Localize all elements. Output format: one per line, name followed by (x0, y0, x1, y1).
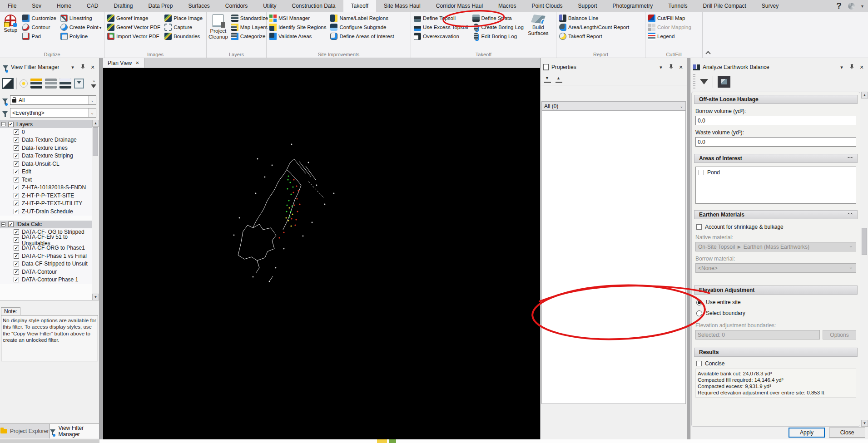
menu-tab-data-prep[interactable]: Data Prep (140, 0, 180, 12)
add-selection-icon[interactable] (544, 76, 551, 83)
pin-icon[interactable] (848, 64, 855, 70)
create-boring-log-button[interactable]: Create Boring Log (471, 23, 525, 32)
scrollbar-thumb[interactable] (93, 127, 98, 156)
checkbox[interactable]: ✓ (14, 169, 19, 174)
expand-toolbar-icon[interactable]: ›› (93, 79, 94, 84)
chevron-down-icon[interactable]: ⌄ (88, 96, 96, 104)
selection-filter-dropdown[interactable]: All (0) ⌄ (541, 101, 686, 111)
panel-menu-icon[interactable]: ▾ (69, 64, 76, 70)
section-header-areas-of-interest[interactable]: Areas of Interest ⌃⌃ (694, 154, 858, 163)
help-icon[interactable]: ? (836, 1, 842, 11)
toolbar-options-icon[interactable] (91, 84, 96, 88)
close-tab-icon[interactable]: ✕ (135, 60, 139, 65)
checkbox[interactable]: ✓ (14, 277, 19, 282)
close-panel-icon[interactable]: ✕ (858, 64, 865, 70)
checkbox[interactable]: ✓ (14, 253, 19, 259)
dropdown-arrow-icon[interactable] (700, 79, 708, 84)
copy-view-filter-icon[interactable] (2, 78, 14, 89)
new-filter-icon[interactable] (20, 79, 28, 88)
layer-row[interactable]: ✓DATA-Contour Phase 1 (0, 276, 92, 284)
section-header-elevation-adjustment[interactable]: Elevation Adjustment (694, 285, 858, 295)
checkbox[interactable]: ✓ (14, 193, 19, 198)
takeoff-report-button[interactable]: Takeoff Report (558, 32, 630, 41)
layers-search-icon[interactable] (60, 79, 71, 89)
use-entire-site-radio-row[interactable]: Use entire site (696, 299, 855, 305)
checkbox[interactable]: ✓ (14, 177, 19, 182)
use-excess-topsoil-button[interactable]: Use Excess Topsoil (413, 23, 469, 32)
checkbox[interactable]: ✓ (14, 209, 19, 214)
collapse-node-icon[interactable] (1, 122, 5, 126)
checkbox[interactable]: ✓ (14, 145, 19, 151)
map-layers-button[interactable]: Map Layers (230, 23, 269, 32)
close-button[interactable]: Close (829, 428, 865, 438)
site-plan-drawing[interactable] (103, 68, 540, 439)
menu-tab-site-mass-haul[interactable]: Site Mass Haul (376, 0, 428, 12)
edit-boring-log-button[interactable]: Edit Boring Log (471, 32, 525, 41)
chevron-down-icon[interactable]: ⌄ (88, 108, 96, 117)
section-header-results[interactable]: Results (694, 348, 858, 357)
collapse-section-icon[interactable]: ⌃⌃ (847, 157, 853, 161)
menu-tab-survey[interactable]: Survey (754, 0, 786, 12)
collapse-section-icon[interactable]: ⌃⌃ (847, 213, 853, 217)
georef-image-button[interactable]: Georef Image (106, 14, 161, 23)
create-point-button[interactable]: Create Point (60, 23, 102, 32)
menu-tab-corridors[interactable]: Corridors (218, 0, 255, 12)
layer-row[interactable]: ✓Z-HTA-10182018-S-FNDN (0, 184, 92, 192)
collapse-node-icon[interactable] (1, 222, 5, 226)
tree-scrollbar[interactable]: ▲ ▼ (92, 120, 99, 300)
select-boundary-radio-row[interactable]: Select boundary (696, 310, 855, 316)
tab-plan-view[interactable]: Plan View ✕ (103, 58, 144, 68)
chevron-down-icon[interactable]: ▾ (861, 4, 863, 9)
linestring-button[interactable]: Linestring (60, 14, 102, 23)
menu-tab-utility[interactable]: Utility (255, 0, 284, 12)
menu-tab-home[interactable]: Home (49, 0, 79, 12)
checkbox[interactable]: ✓ (14, 245, 19, 251)
layer-row[interactable]: ✓Z-UT-Drain Schedule (0, 207, 92, 216)
apply-button[interactable]: Apply (789, 428, 825, 438)
legend-button[interactable]: Legend (647, 32, 692, 41)
menu-tab-corridor-mass-haul[interactable]: Corridor Mass Haul (428, 0, 491, 12)
layer-row[interactable]: ✓Text (0, 176, 92, 184)
aoi-item-pond[interactable]: Pond (699, 169, 853, 176)
checkbox[interactable]: ✓ (14, 261, 19, 266)
checkbox[interactable] (696, 224, 702, 230)
tree-group-data-calc[interactable]: ✓ !Data Calc (0, 221, 92, 228)
layer-row[interactable]: ✓DATA-CF-Elv 51 to Unsuitables (0, 236, 92, 244)
menu-tab-surfaces[interactable]: Surfaces (180, 0, 217, 12)
checkbox[interactable]: ✓ (14, 237, 19, 243)
layer-row[interactable]: ✓Data-Texture Striping (0, 152, 92, 160)
scroll-up-icon[interactable]: ▲ (92, 120, 99, 127)
checkbox[interactable]: ✓ (14, 153, 19, 158)
menu-tab-support[interactable]: Support (570, 0, 605, 12)
scroll-down-icon[interactable]: ▼ (861, 420, 868, 427)
scrollbar-thumb[interactable] (862, 228, 867, 255)
pad-button[interactable]: Pad (21, 32, 57, 41)
tab-project-explorer[interactable]: Project Explorer (0, 424, 50, 438)
chevron-down-icon[interactable]: ⌄ (680, 104, 683, 108)
layer-row[interactable]: ✓0 (0, 128, 92, 136)
menu-tab-file[interactable]: File (0, 0, 24, 12)
boundaries-button[interactable]: Boundaries (164, 32, 203, 41)
style-filter-dropdown[interactable]: <Everything> ⌄ (10, 108, 96, 118)
collapse-ribbon-icon[interactable] (705, 50, 711, 55)
overexcavation-button[interactable]: Overexcavation (413, 32, 469, 41)
lock-filter-dropdown[interactable]: All ⌄ (10, 95, 96, 105)
checkbox[interactable]: ✓ (14, 185, 19, 190)
area-length-count-report-button[interactable]: Area/Length/Count Report (558, 23, 630, 32)
validate-areas-button[interactable]: Validate Areas (268, 32, 327, 41)
standardize-button[interactable]: Standardize (230, 14, 269, 23)
analyze-scrollbar[interactable]: ▲ ▼ (861, 92, 868, 427)
layer-row[interactable]: ✓Data-Texture Drainage (0, 136, 92, 144)
import-vector-pdf-button[interactable]: Import Vector PDF (106, 32, 161, 41)
checkbox[interactable]: ✓ (14, 229, 19, 235)
drawing-canvas[interactable]: Plan View ✕ (103, 58, 540, 439)
section-header-haulage[interactable]: Off-site Loose Haulage (694, 95, 858, 104)
tree-group-layers[interactable]: ✓ Layers (0, 120, 92, 128)
borrow-volume-input[interactable]: 0.0 (695, 116, 856, 125)
scroll-up-icon[interactable]: ▲ (861, 92, 868, 98)
menu-tab-sev[interactable]: Sev (24, 0, 49, 12)
define-topsoil-button[interactable]: Define Topsoil (413, 14, 469, 23)
section-header-earthen-materials[interactable]: Earthen Materials ⌃⌃ (694, 210, 858, 219)
checkbox[interactable]: ✓ (8, 222, 14, 227)
identify-site-regions-button[interactable]: Identify Site Regions (268, 23, 327, 32)
